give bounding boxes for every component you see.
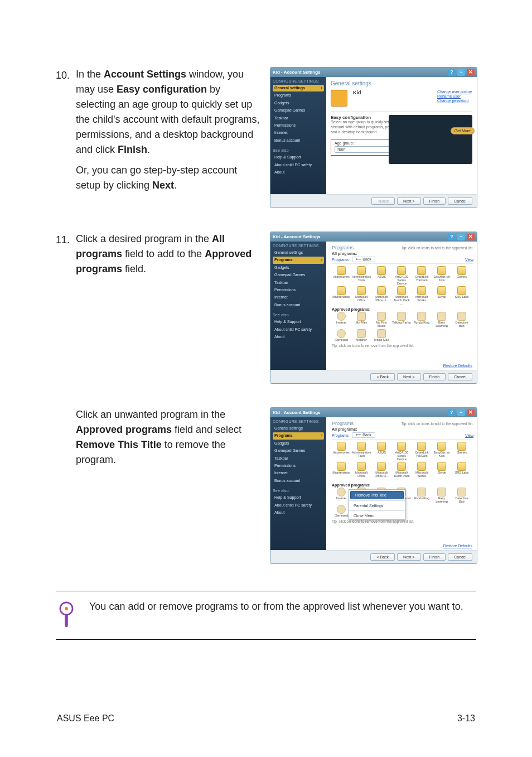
close-icon[interactable]: ✕ (467, 234, 475, 240)
sidebar-item-gadgets[interactable]: Gadgets (273, 264, 324, 271)
program-item[interactable]: Magic Mail (372, 329, 391, 342)
sidebar-item-gadgets[interactable]: Gadgets (273, 100, 324, 107)
program-item[interactable]: Gamepad (332, 329, 351, 342)
program-item[interactable]: My First Music (372, 312, 391, 328)
program-item[interactable]: Easy Learning (432, 488, 451, 504)
program-item[interactable]: CyberLink YouCam (412, 442, 431, 461)
cancel-button[interactable]: Cancel (448, 553, 472, 561)
program-item[interactable]: Games (452, 442, 471, 461)
back-button[interactable]: < Back (370, 373, 395, 380)
program-item[interactable]: Talking Parrot (392, 312, 411, 328)
program-item[interactable]: Skype (432, 286, 451, 305)
program-item[interactable]: Rondo King (412, 312, 431, 328)
help-icon[interactable]: ? (448, 234, 456, 240)
minimize-icon[interactable]: − (457, 234, 465, 240)
ctx-remove-title[interactable]: Remove This Title (350, 491, 404, 499)
back-nav-button[interactable]: ⟵ Back (352, 432, 375, 438)
program-item[interactable]: Easy Learning (432, 312, 451, 328)
sidebar-item-bonus[interactable]: Bonus account (273, 478, 324, 484)
restore-defaults-link[interactable]: Restore Defaults (443, 544, 472, 548)
sidebar-item-gadgets[interactable]: Gadgets (273, 440, 324, 447)
program-item[interactable]: Rondo King (412, 488, 431, 504)
sidebar-item-taskbar[interactable]: Taskbar (273, 279, 324, 286)
sidebar-item-about-safety[interactable]: About child PC safety (273, 162, 324, 168)
finish-button[interactable]: Finish (423, 373, 446, 380)
change-picture-link[interactable]: Change user picture (437, 90, 472, 94)
finish-button[interactable]: Finish (423, 553, 446, 561)
sidebar-item-internet[interactable]: Internet (273, 129, 324, 136)
program-item[interactable]: Administrative Tools (352, 266, 371, 285)
programs-tab[interactable]: Programs (332, 433, 349, 437)
program-item[interactable]: ASUS (372, 266, 391, 285)
sidebar-item-internet[interactable]: Internet (273, 470, 324, 476)
view-link[interactable]: View (465, 433, 473, 437)
sidebar-item-help[interactable]: Help & Support (273, 154, 324, 161)
program-item[interactable]: SRS Labs (452, 286, 471, 305)
sidebar-item-about[interactable]: About (273, 334, 324, 340)
ctx-close-menu[interactable]: Close Menu (349, 512, 405, 519)
sidebar-item-about-safety[interactable]: About child PC safety (273, 502, 324, 509)
help-icon[interactable]: ? (448, 409, 456, 416)
next-button[interactable]: Next > (397, 197, 420, 205)
sidebar-item-internet[interactable]: Internet (273, 294, 324, 301)
back-nav-button[interactable]: ⟵ Back (352, 257, 375, 262)
program-item[interactable]: Games (452, 266, 471, 285)
program-item[interactable]: EasyBits for Kids (432, 442, 451, 461)
sidebar-item-games[interactable]: Gamepad Games (273, 272, 324, 278)
rename-user-link[interactable]: Rename user (437, 94, 472, 98)
close-icon[interactable]: ✕ (467, 69, 475, 76)
next-button[interactable]: Next > (397, 553, 420, 561)
program-item[interactable]: Accessories (332, 442, 351, 461)
sidebar-item-general[interactable]: General settings (273, 425, 324, 432)
program-item[interactable]: Detective Bob (452, 312, 471, 328)
sidebar-item-programs[interactable]: Programs› (273, 432, 324, 439)
sidebar-item-programs[interactable]: Programs› (273, 257, 324, 263)
sidebar-item-bonus[interactable]: Bonus account (273, 137, 324, 144)
sidebar-item-games[interactable]: Gamepad Games (273, 107, 324, 114)
program-item[interactable]: Maintenance (332, 462, 351, 481)
sidebar-item-about[interactable]: About (273, 169, 324, 176)
program-item[interactable]: Microsoft Works (412, 286, 431, 305)
program-item[interactable]: Skype (432, 462, 451, 481)
programs-tab[interactable]: Programs (332, 258, 349, 262)
sidebar-item-taskbar[interactable]: Taskbar (273, 455, 324, 462)
sidebar-item-programs[interactable]: Programs (273, 92, 324, 99)
sidebar-item-permissions[interactable]: Permissions (273, 122, 324, 129)
program-item[interactable]: SRS Labs (452, 462, 471, 481)
program-item[interactable]: Microsoft Office Li... (372, 462, 391, 481)
program-item[interactable]: EasyBits for Kids (432, 266, 451, 285)
ctx-parental-settings[interactable]: Parental Settings (349, 502, 405, 509)
change-password-link[interactable]: Change password (437, 99, 472, 103)
view-link[interactable]: View (465, 258, 473, 262)
sidebar-item-help[interactable]: Help & Support (273, 494, 324, 501)
program-item[interactable]: Administrative Tools (352, 442, 371, 461)
sidebar-item-permissions[interactable]: Permissions (273, 287, 324, 293)
program-item[interactable]: Microsoft Works (412, 462, 431, 481)
next-button[interactable]: Next > (397, 373, 420, 380)
sidebar-item-taskbar[interactable]: Taskbar (273, 115, 324, 122)
program-item[interactable]: Microsoft Office (352, 462, 371, 481)
program-item[interactable]: Matcher (352, 329, 371, 342)
back-button[interactable]: <Back (371, 197, 395, 205)
program-item[interactable]: Microsoft Office Li... (372, 286, 391, 305)
restore-defaults-link[interactable]: Restore Defaults (443, 364, 472, 368)
program-item[interactable]: CyberLink YouCam (412, 266, 431, 285)
program-item[interactable]: Microsoft Office (352, 286, 371, 305)
program-item[interactable]: ArtCA100 Series Device (392, 266, 411, 285)
minimize-icon[interactable]: − (457, 409, 465, 416)
sidebar-item-bonus[interactable]: Bonus account (273, 302, 324, 308)
program-item[interactable]: My Files (352, 312, 371, 328)
program-item[interactable]: Microsoft Touch Pack ... (392, 462, 411, 481)
minimize-icon[interactable]: − (457, 69, 465, 76)
sidebar-item-about-safety[interactable]: About child PC safety (273, 326, 324, 333)
program-item[interactable]: ASUS (372, 442, 391, 461)
program-item[interactable]: Detective Bob (452, 488, 471, 504)
sidebar-item-permissions[interactable]: Permissions (273, 462, 324, 469)
sidebar-item-general[interactable]: General settings (273, 249, 324, 256)
get-more-button[interactable]: Get More (451, 127, 475, 134)
close-icon[interactable]: ✕ (467, 409, 475, 416)
program-item[interactable]: Accessories (332, 266, 351, 285)
program-item[interactable]: Gamepad (332, 505, 351, 518)
back-button[interactable]: < Back (370, 553, 395, 561)
program-item[interactable]: ArtCA100 Series Device (392, 442, 411, 461)
